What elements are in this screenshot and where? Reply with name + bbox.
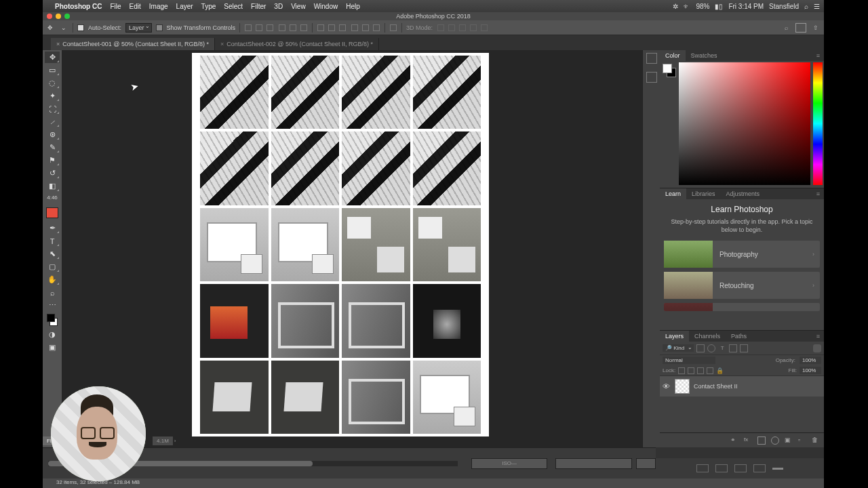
menu-window[interactable]: Window bbox=[314, 3, 338, 10]
lasso-tool[interactable]: ◌ bbox=[45, 77, 60, 89]
swatches[interactable] bbox=[45, 312, 60, 327]
tab-color[interactable]: Color bbox=[660, 50, 686, 61]
3d-slide-icon[interactable] bbox=[469, 24, 477, 32]
quick-mask-icon[interactable]: ◑ bbox=[45, 329, 60, 340]
filter-pixel-icon[interactable] bbox=[696, 344, 705, 352]
learn-card-photography[interactable]: Photography › bbox=[664, 241, 820, 268]
histogram-icon[interactable] bbox=[646, 53, 657, 64]
menu-view[interactable]: View bbox=[291, 3, 306, 10]
tab-paths[interactable]: Paths bbox=[726, 331, 752, 342]
view-mode-2-icon[interactable] bbox=[715, 464, 728, 472]
marquee-tool[interactable]: ▭ bbox=[45, 64, 60, 76]
menu-help[interactable]: Help bbox=[346, 3, 360, 10]
tab-libraries[interactable]: Libraries bbox=[686, 188, 721, 199]
mask-icon[interactable] bbox=[757, 436, 766, 445]
distribute-right-icon[interactable] bbox=[372, 24, 380, 32]
window-zoom-button[interactable] bbox=[64, 14, 70, 19]
status-gear-icon[interactable]: ✲ bbox=[673, 3, 678, 10]
tab-layers[interactable]: Layers bbox=[660, 331, 689, 342]
distribute-hcenter-icon[interactable] bbox=[361, 24, 370, 32]
panel-menu-icon[interactable]: ≡ bbox=[812, 50, 824, 61]
window-minimize-button[interactable] bbox=[56, 14, 61, 19]
filter-shape-icon[interactable] bbox=[729, 344, 737, 352]
menu-3d[interactable]: 3D bbox=[274, 3, 283, 10]
fill-field[interactable]: 100% bbox=[800, 367, 821, 374]
zoom-tool[interactable]: ⌕ bbox=[45, 287, 60, 298]
lock-transparency-icon[interactable] bbox=[678, 367, 685, 374]
menu-select[interactable]: Select bbox=[224, 3, 243, 10]
3d-roll-icon[interactable] bbox=[448, 24, 456, 32]
menu-type[interactable]: Type bbox=[201, 3, 216, 10]
filter-type-icon[interactable]: T bbox=[718, 344, 726, 352]
tab-channels[interactable]: Channels bbox=[689, 331, 726, 342]
show-transform-checkbox[interactable] bbox=[156, 24, 163, 31]
arrange-docs-icon[interactable] bbox=[795, 23, 806, 33]
window-close-button[interactable] bbox=[47, 14, 52, 19]
filter-smart-icon[interactable] bbox=[740, 344, 748, 352]
auto-select-target-dropdown[interactable]: Layer bbox=[125, 23, 152, 33]
auto-select-checkbox[interactable] bbox=[77, 24, 84, 31]
new-layer-icon[interactable]: ▫ bbox=[798, 436, 806, 445]
tab-adjustments[interactable]: Adjustments bbox=[721, 188, 766, 199]
distribute-top-icon[interactable] bbox=[317, 24, 325, 32]
blend-mode-dropdown[interactable]: Normal bbox=[663, 357, 715, 364]
app-name[interactable]: Photoshop CC bbox=[55, 3, 102, 10]
hue-slider[interactable] bbox=[813, 62, 823, 185]
opacity-field[interactable]: 100% bbox=[800, 357, 821, 364]
close-icon[interactable]: × bbox=[56, 41, 60, 47]
edit-toolbar[interactable]: ⋯ bbox=[45, 300, 60, 311]
lock-nesting-icon[interactable] bbox=[707, 367, 713, 374]
3d-orbit-icon[interactable] bbox=[437, 24, 445, 32]
quick-select-tool[interactable]: ✦ bbox=[45, 90, 60, 102]
share-icon[interactable]: ⇧ bbox=[810, 23, 821, 33]
lock-pixels-icon[interactable] bbox=[688, 367, 694, 374]
trash-icon[interactable]: 🗑 bbox=[812, 436, 820, 445]
brush-tool[interactable]: ✎ bbox=[45, 142, 60, 153]
menu-filter[interactable]: Filter bbox=[251, 3, 266, 10]
thumb-size-slider[interactable] bbox=[772, 468, 783, 470]
tab-swatches[interactable]: Swatches bbox=[686, 50, 723, 61]
color-field[interactable] bbox=[679, 62, 810, 185]
menu-edit[interactable]: Edit bbox=[130, 3, 141, 10]
menu-layer[interactable]: Layer bbox=[176, 3, 193, 10]
filter-adjust-icon[interactable] bbox=[707, 344, 715, 352]
layer-row[interactable]: 👁 Contact Sheet II bbox=[660, 376, 824, 396]
panel-menu-icon[interactable]: ≡ bbox=[812, 188, 824, 199]
document-tab-1[interactable]: × ContactSheet-001 @ 50% (Contact Sheet … bbox=[51, 38, 215, 50]
lock-all-icon[interactable]: 🔒 bbox=[716, 367, 723, 374]
fg-swatch[interactable] bbox=[663, 64, 672, 73]
path-select-tool[interactable]: ⬉ bbox=[45, 248, 60, 260]
learn-card-retouching[interactable]: Retouching › bbox=[664, 272, 820, 299]
fx-icon[interactable]: fx bbox=[744, 436, 752, 445]
filter-toggle[interactable] bbox=[813, 344, 821, 352]
user-name[interactable]: Stansfield bbox=[769, 3, 799, 10]
move-tool[interactable]: ✥ bbox=[45, 52, 60, 63]
layer-name[interactable]: Contact Sheet II bbox=[694, 383, 738, 390]
view-mode-1-icon[interactable] bbox=[696, 464, 709, 472]
visibility-icon[interactable]: 👁 bbox=[663, 382, 671, 390]
view-mode-3-icon[interactable] bbox=[734, 464, 747, 472]
distribute-vcenter-icon[interactable] bbox=[328, 24, 336, 32]
adjustment-icon[interactable] bbox=[771, 436, 779, 445]
align-vcenter-icon[interactable] bbox=[255, 24, 263, 32]
hand-tool[interactable]: ✋ bbox=[45, 274, 60, 285]
auto-align-icon[interactable] bbox=[389, 24, 397, 32]
document-tab-2[interactable]: × ContactSheet-002 @ 50% (Contact Sheet … bbox=[215, 38, 379, 50]
3d-pan-icon[interactable] bbox=[458, 24, 467, 32]
menu-image[interactable]: Image bbox=[149, 3, 168, 10]
info-icon[interactable] bbox=[646, 72, 657, 83]
spotlight-icon[interactable]: ⌕ bbox=[804, 3, 808, 10]
iso-field[interactable]: ISO— bbox=[471, 458, 547, 469]
search-icon[interactable]: ⌕ bbox=[781, 23, 791, 33]
layer-filter-kind[interactable]: 🔎 Kind bbox=[663, 344, 694, 352]
menu-list-icon[interactable]: ☰ bbox=[814, 3, 820, 10]
distribute-left-icon[interactable] bbox=[351, 24, 359, 32]
pen-tool[interactable]: ✒ bbox=[45, 222, 60, 234]
tab-learn[interactable]: Learn bbox=[660, 188, 686, 199]
metadata-dropdown[interactable] bbox=[636, 458, 656, 469]
history-brush-tool[interactable]: ↺ bbox=[45, 167, 60, 179]
align-hcenter-icon[interactable] bbox=[289, 24, 297, 32]
tool-preset-dropdown[interactable]: ⌄ bbox=[59, 23, 68, 33]
lock-position-icon[interactable] bbox=[697, 367, 704, 374]
align-right-icon[interactable] bbox=[300, 24, 308, 32]
